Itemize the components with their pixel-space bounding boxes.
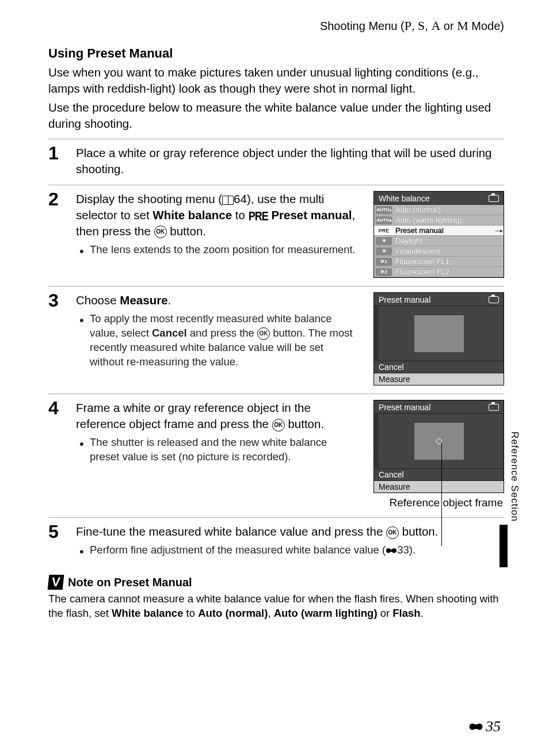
wb-option-selected: Preset manual (395, 226, 444, 235)
ok-icon: OK (272, 419, 285, 432)
ok-icon: OK (386, 526, 399, 539)
bulb-icon: ☀ (376, 247, 392, 255)
measure-option: Measure (374, 480, 504, 492)
intro-paragraph: Use when you want to make pictures taken… (48, 64, 504, 97)
step-bullet: Perform fine adjustment of the measured … (90, 543, 504, 558)
target-icon (436, 438, 442, 444)
step-head: Display the shooting menu (64), use the … (76, 191, 359, 239)
page-header: Shooting Menu (P, S, A or M Mode) (48, 18, 504, 33)
measure-option: Measure (374, 373, 504, 385)
page-number: 35 (468, 718, 501, 735)
step-number: 2 (48, 190, 66, 208)
step-head: Fine-tune the measured white balance val… (76, 524, 504, 540)
side-tab: Reference Section (509, 432, 520, 522)
wb-option: Auto (normal) (395, 205, 441, 214)
preset-manual-screenshot: Preset manual Cancel Measure (373, 292, 504, 385)
screen-title: Preset manual (379, 295, 430, 304)
note-title: Note on Preset Manual (68, 576, 192, 589)
svg-rect-2 (388, 549, 394, 552)
step-bullet: To apply the most recently measured whit… (90, 312, 359, 369)
crossref-icon (386, 547, 397, 555)
step-head: Frame a white or gray reference object i… (76, 400, 359, 432)
step-5: 5 Fine-tune the measured white balance v… (48, 517, 504, 567)
camera-icon (489, 296, 499, 303)
step-1: 1 Place a white or gray reference object… (48, 139, 504, 185)
step-head: Place a white or gray reference object u… (76, 145, 504, 177)
wb-option: Fluorescent FL1 (395, 257, 449, 266)
screen-title: White balance (379, 194, 430, 203)
thumb-index (500, 525, 508, 567)
figure-caption: Reference object frame (373, 497, 503, 509)
intro-paragraph: Use the procedure below to measure the w… (48, 100, 504, 132)
warning-icon: V (48, 575, 64, 590)
fluorescent-icon: ⚞1 (376, 258, 392, 266)
step-2: 2 Display the shooting menu (64), use th… (48, 185, 504, 286)
fluorescent-icon: ⚞2 (376, 268, 392, 276)
ok-icon: OK (257, 327, 270, 340)
pre-icon: PRE (376, 227, 392, 235)
wb-option: Fluorescent FL2 (395, 268, 449, 276)
cancel-option: Cancel (374, 468, 504, 480)
screen-title: Preset manual (379, 403, 430, 412)
cancel-option: Cancel (374, 361, 504, 373)
wb-menu-screenshot: White balance AUTO₁Auto (normal) AUTO₂Au… (373, 191, 504, 278)
step-3: 3 Choose Measure. To apply the most rece… (48, 286, 504, 394)
svg-rect-5 (472, 724, 479, 729)
step-bullet: The lens extends to the zoom position fo… (90, 243, 359, 257)
step-head: Choose Measure. (76, 292, 359, 308)
camera-icon (489, 404, 499, 411)
auto-icon: AUTO₂ (376, 216, 392, 224)
book-icon (222, 196, 234, 205)
sun-icon: ☀ (376, 237, 392, 245)
step-bullet: The shutter is released and the new whit… (90, 436, 359, 464)
step-number: 3 (48, 291, 66, 310)
wb-option: Daylight (395, 236, 422, 245)
step-number: 4 (48, 399, 66, 417)
section-title: Using Preset Manual (48, 46, 504, 61)
auto-icon: AUTO₁ (376, 206, 392, 214)
note-text: The camera cannot measure a white balanc… (48, 592, 504, 621)
wb-option: Incandescent (395, 247, 440, 255)
preset-manual-screenshot: Preset manual Cancel Measure (373, 400, 504, 493)
note-block: V Note on Preset Manual The camera canno… (48, 575, 504, 621)
wb-option: Auto (warm lighting) (395, 216, 462, 224)
preview-box (414, 315, 464, 352)
pre-icon: PRE (249, 208, 268, 224)
arrow-icon: – – ▸ (495, 227, 502, 234)
step-number: 5 (48, 522, 66, 541)
step-number: 1 (48, 144, 66, 162)
step-4: 4 Frame a white or gray reference object… (48, 394, 504, 517)
ok-icon: OK (154, 226, 167, 238)
crossref-icon (468, 722, 483, 731)
camera-icon (489, 195, 499, 202)
